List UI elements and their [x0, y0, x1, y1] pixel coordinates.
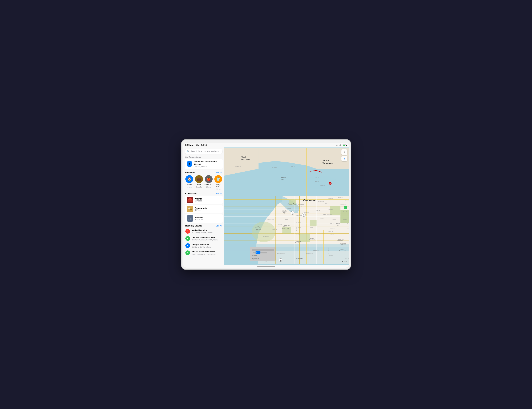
- fav-harry-name: Harry Ro...: [214, 184, 223, 188]
- svg-text:W 10th Ave: W 10th Ave: [285, 208, 291, 209]
- svg-text:Vancouver: Vancouver: [323, 162, 333, 164]
- svg-rect-5: [187, 206, 193, 212]
- svg-point-4: [190, 200, 192, 201]
- siri-suggestion-item[interactable]: ✈ Vancouver International Airport Recent…: [185, 159, 223, 169]
- svg-rect-11: [190, 218, 191, 220]
- airport-icon: ✈: [187, 161, 192, 167]
- toronto-count: 18 Places: [195, 218, 221, 220]
- svg-text:SW Marine Dr: SW Marine Dr: [263, 236, 269, 237]
- svg-text:E 3rd St: E 3rd St: [327, 188, 331, 189]
- svg-text:International: International: [251, 256, 257, 258]
- suggestion-subtitle: Recently viewed: [194, 166, 221, 168]
- suggestion-title: Vancouver International Airport: [194, 160, 221, 166]
- recently-viewed-label: Recently Viewed: [185, 225, 202, 227]
- recently-viewed-see-all[interactable]: See All: [216, 225, 222, 227]
- svg-text:Dawso: Dawso: [345, 200, 348, 201]
- svg-text:Golf &: Golf &: [283, 226, 286, 227]
- svg-text:E 29th St: E 29th St: [258, 164, 263, 165]
- collections-see-all[interactable]: See All: [216, 192, 222, 195]
- svg-text:W Queens Rd: W Queens Rd: [235, 166, 241, 167]
- favorites-label: Favorites: [185, 171, 195, 174]
- svg-rect-25: [252, 249, 274, 251]
- svg-text:North: North: [323, 159, 329, 161]
- svg-rect-57: [299, 234, 310, 242]
- atlanta-thumb: [187, 197, 193, 203]
- rv-botanical-garden[interactable]: ● Atlanta Botanical Garden 1345 Piedmont…: [183, 249, 224, 256]
- svg-text:Inlet: Inlet: [281, 179, 284, 181]
- map-weather: ☁ 21°: [342, 260, 347, 263]
- georgia-aquarium-pin: ●: [185, 243, 190, 248]
- favorite-home[interactable]: 🏠 Home 14 min.: [185, 175, 194, 190]
- status-time: 3:39 pm Mon Jul 15: [185, 144, 207, 146]
- svg-text:Central: Central: [336, 223, 340, 224]
- collection-toronto[interactable]: Toronto 18 Places: [185, 214, 223, 223]
- favorite-harry[interactable]: 👕 Harry Ro... 101 km: [214, 175, 223, 190]
- svg-text:Cornwall Ave: Cornwall Ave: [298, 204, 304, 205]
- svg-text:Country Club: Country Club: [282, 227, 289, 229]
- location-button[interactable]: ⬆: [342, 156, 347, 161]
- weather-cloud-icon: ☁: [342, 260, 343, 263]
- svg-text:Burrard: Burrard: [281, 177, 286, 179]
- svg-text:✈: ✈: [256, 251, 257, 253]
- signal-icon: WiFi: [339, 144, 342, 146]
- svg-point-21: [303, 175, 337, 189]
- svg-text:Garden City Rd: Garden City Rd: [306, 253, 313, 254]
- svg-text:W 23rd Rd: W 23rd Rd: [291, 166, 296, 167]
- favorite-apple[interactable]: 🍎 Apple St... 101 km: [204, 175, 213, 190]
- marked-location-pin: 📍: [185, 229, 190, 234]
- svg-text:W King Edward Ave: W King Edward Ave: [296, 215, 305, 216]
- svg-text:E 29th St: E 29th St: [332, 219, 336, 220]
- svg-text:Vancouver: Vancouver: [303, 199, 317, 202]
- fav-work-dist: Close by: [196, 186, 202, 188]
- favorite-work[interactable]: 💼 Work Close by: [195, 175, 203, 190]
- svg-text:Dundas St: Dundas St: [328, 198, 333, 199]
- location-icon: ⬆: [343, 157, 345, 160]
- wifi-icon: ▲: [336, 144, 338, 146]
- svg-text:W 22nd St: W 22nd St: [272, 167, 277, 168]
- rv-title-2: Olympic Centennial Park: [192, 236, 222, 239]
- fav-harry-dist: 101 km: [216, 188, 221, 190]
- svg-text:Fraser C: Fraser C: [320, 218, 324, 219]
- svg-text:Patterson: Patterson: [347, 227, 349, 229]
- toronto-thumb: [187, 215, 193, 222]
- svg-text:English: English: [282, 210, 287, 212]
- svg-rect-54: [330, 206, 340, 215]
- svg-text:Main St: Main St: [316, 210, 320, 211]
- svg-text:Ocean View: Ocean View: [338, 238, 344, 240]
- svg-text:W 3rd: W 3rd: [281, 161, 283, 162]
- collection-restaurants[interactable]: Restaurants 1 Place: [185, 205, 223, 213]
- time-display: 3:39 pm: [185, 144, 193, 146]
- atlanta-count: 8 Places: [195, 200, 221, 202]
- rv-address-4: 1345 Piedmont Ave NE, Atlanta: [192, 253, 222, 255]
- info-button[interactable]: ℹ: [342, 149, 347, 155]
- rv-olympic-park[interactable]: ● Olympic Centennial Park 265 Park Avenu…: [183, 235, 224, 242]
- battery-icon: [343, 144, 347, 146]
- map-area[interactable]: West Vancouver North Vancouver Burrard I…: [224, 147, 349, 265]
- svg-point-59: [252, 222, 276, 242]
- search-container: 🔍 Search for a place or address: [183, 147, 224, 155]
- svg-point-6: [189, 208, 190, 209]
- rv-georgia-aquarium[interactable]: ● Georgia Aquarium 225 Baker St NW, Atla…: [183, 242, 224, 249]
- svg-text:Russ Baker Way: Russ Baker Way: [277, 253, 285, 254]
- svg-text:Columbia: Columbia: [256, 230, 261, 231]
- favorites-see-all[interactable]: See All: [216, 172, 222, 173]
- toronto-title: Toronto: [195, 216, 221, 218]
- svg-text:Park: Park: [337, 225, 339, 226]
- main-content: 🔍 Search for a place or address Siri Sug…: [183, 147, 349, 265]
- home-indicator: [183, 265, 349, 268]
- favorites-row: 🏠 Home 14 min. 💼 Work Close by 🍎 Apple S…: [183, 174, 224, 191]
- svg-text:Fraserview: Fraserview: [340, 243, 346, 244]
- svg-text:Bay: Bay: [283, 212, 285, 214]
- svg-text:Chancellor Blvd: Chancellor Blvd: [267, 219, 274, 220]
- rv-marked-location[interactable]: 📍 Marked Location 755 Battery Ave SE, At…: [183, 228, 224, 235]
- search-bar[interactable]: 🔍 Search for a place or address: [185, 149, 222, 154]
- botanical-garden-pin: ●: [185, 250, 190, 255]
- svg-text:Marine Dr: Marine Dr: [345, 258, 349, 259]
- sidebar: 🔍 Search for a place or address Siri Sug…: [183, 147, 224, 265]
- svg-text:of British: of British: [256, 229, 261, 230]
- svg-text:W Broadway: W Broadway: [298, 206, 304, 207]
- collection-atlanta[interactable]: Atlanta 8 Places: [185, 196, 223, 204]
- svg-text:Vancouver: Vancouver: [240, 158, 250, 160]
- svg-text:Stanley Park: Stanley Park: [287, 203, 296, 205]
- rv-title-4: Atlanta Botanical Garden: [192, 250, 222, 253]
